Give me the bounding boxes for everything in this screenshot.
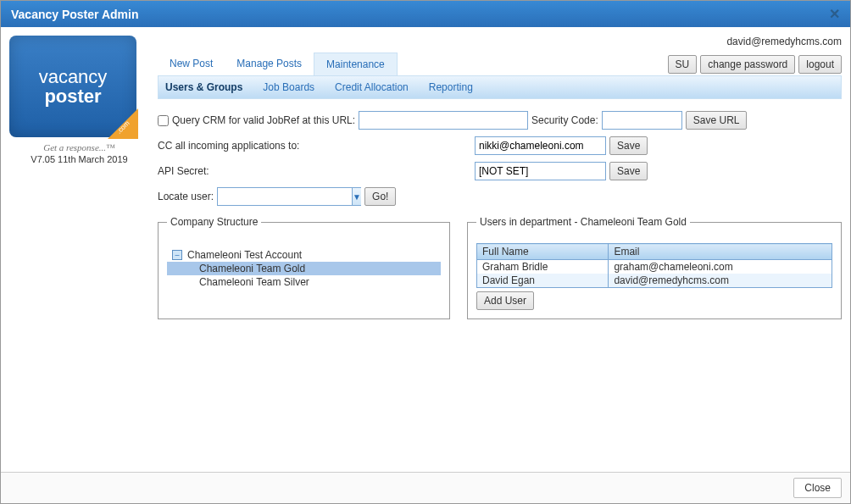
logout-button[interactable]: logout: [798, 55, 842, 74]
add-user-button[interactable]: Add User: [476, 291, 534, 310]
tree-root[interactable]: – Chameleoni Test Account: [167, 248, 441, 262]
col-email[interactable]: Email: [609, 244, 832, 260]
locate-user-combo[interactable]: ▼: [217, 187, 361, 206]
crm-url-input[interactable]: [359, 111, 528, 130]
tab-maintenance[interactable]: Maintenance: [314, 53, 398, 75]
change-password-button[interactable]: change password: [700, 55, 795, 74]
logo-line1: vacancy: [39, 67, 108, 86]
query-crm-label: Query CRM for valid JobRef at this URL:: [172, 114, 355, 126]
chevron-down-icon[interactable]: ▼: [352, 188, 361, 205]
company-structure-legend: Company Structure: [167, 216, 261, 228]
cell-name: Graham Bridle: [477, 260, 609, 274]
subtab-reporting[interactable]: Reporting: [429, 81, 473, 93]
api-save-button[interactable]: Save: [609, 162, 648, 180]
collapse-icon[interactable]: –: [172, 250, 182, 260]
cell-email: graham@chameleoni.com: [609, 260, 832, 274]
version-label: V7.05 11th March 2019: [9, 154, 149, 164]
cc-label: CC all incoming applications to:: [158, 140, 471, 152]
subtab-users-groups[interactable]: Users & Groups: [165, 81, 242, 93]
save-url-button[interactable]: Save URL: [686, 111, 748, 130]
subtab-credit-allocation[interactable]: Credit Allocation: [335, 81, 409, 93]
close-icon[interactable]: ✕: [829, 6, 840, 22]
api-secret-label: API Secret:: [158, 165, 471, 177]
go-button[interactable]: Go!: [364, 187, 396, 206]
locate-user-input[interactable]: [218, 188, 352, 205]
table-row[interactable]: David Egan david@remedyhcms.com: [477, 274, 832, 288]
tree-item-label: Chameleoni Team Silver: [199, 276, 309, 288]
tree-item-label: Chameleoni Team Gold: [199, 263, 305, 274]
cell-name: David Egan: [477, 274, 609, 288]
cc-email-input[interactable]: [475, 136, 606, 155]
window-title: Vacancy Poster Admin: [11, 8, 138, 21]
current-user-email: david@remedyhcms.com: [158, 36, 842, 47]
query-crm-checkbox[interactable]: [158, 115, 169, 126]
table-row[interactable]: Graham Bridle graham@chameleoni.com: [477, 260, 832, 274]
logo-line2: poster: [44, 86, 101, 106]
logo: vacancy poster .com: [9, 36, 136, 137]
cell-email: david@remedyhcms.com: [609, 274, 832, 288]
tab-new-post[interactable]: New Post: [158, 53, 225, 75]
tagline: Get a response...™: [9, 142, 149, 152]
users-panel-legend: Users in department - Chameleoni Team Go…: [476, 216, 690, 228]
tree-root-label: Chameleoni Test Account: [187, 249, 302, 261]
security-code-label: Security Code:: [531, 114, 598, 126]
col-full-name[interactable]: Full Name: [477, 244, 609, 260]
security-code-input[interactable]: [602, 111, 682, 130]
locate-user-label: Locate user:: [158, 191, 214, 202]
tree-item-silver[interactable]: Chameleoni Team Silver: [167, 275, 441, 289]
su-button[interactable]: SU: [668, 55, 698, 74]
close-button[interactable]: Close: [793, 478, 842, 498]
subtab-job-boards[interactable]: Job Boards: [263, 81, 314, 93]
dog-ear-icon: .com: [108, 108, 138, 139]
tab-manage-posts[interactable]: Manage Posts: [225, 53, 314, 75]
api-secret-input[interactable]: [475, 162, 606, 180]
cc-save-button[interactable]: Save: [609, 136, 648, 155]
tree-item-gold[interactable]: Chameleoni Team Gold: [167, 262, 441, 275]
